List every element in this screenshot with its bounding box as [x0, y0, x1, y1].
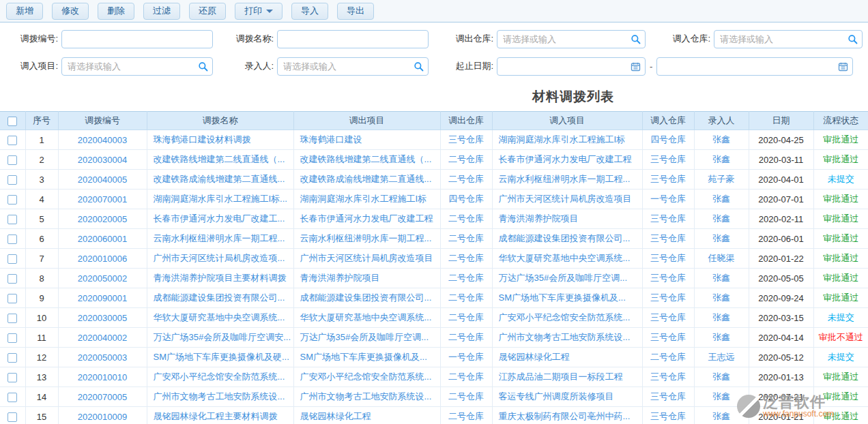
cell-out-project[interactable]: 万达广场35#会所及咖啡厅空调... — [293, 328, 440, 348]
in-project-input[interactable] — [61, 57, 213, 76]
cell-code-link[interactable]: 2020040005 — [58, 170, 147, 190]
cell-out-project[interactable]: 湖南洞庭湖水库引水工程施工I标 — [293, 190, 440, 209]
cell-out-project[interactable]: 改建铁路成渝线增建第二直通线... — [293, 170, 440, 190]
cell-name-link[interactable]: 云南水利枢纽潜明水库一期工程... — [147, 229, 293, 249]
cell-code-link[interactable]: 2020050003 — [58, 348, 147, 367]
date-from-input[interactable] — [497, 57, 646, 76]
transfer-name-input[interactable] — [277, 30, 429, 48]
cell-name-link[interactable]: 万达广场35#会所及咖啡厅空调安... — [147, 328, 293, 348]
row-checkbox[interactable] — [8, 294, 17, 303]
search-icon[interactable] — [848, 34, 858, 44]
row-checkbox[interactable] — [8, 373, 17, 382]
row-checkbox[interactable] — [8, 412, 17, 422]
cell-code-link[interactable]: 2020040002 — [58, 328, 147, 348]
cell-name-link[interactable]: 华软大厦研究基地中央空调系统... — [147, 308, 293, 328]
calendar-icon[interactable] — [631, 61, 641, 72]
cell-name-link[interactable]: 广安邓小平纪念馆安全防范系统... — [147, 367, 293, 387]
in-warehouse-input[interactable] — [714, 30, 863, 48]
cell-in-project[interactable]: 成都能源建设集团投资有限公司... — [492, 229, 642, 249]
cell-out-project[interactable]: SM广场地下车库更换摄像机及... — [293, 348, 440, 367]
cell-code-link[interactable]: 2020090001 — [58, 288, 147, 308]
cell-in-project[interactable]: 广安邓小平纪念馆安全防范系统... — [492, 308, 642, 328]
cell-in-project[interactable]: 长春市伊通河水力发电厂改建工程 — [492, 150, 642, 170]
select-all-checkbox[interactable] — [8, 117, 17, 126]
row-checkbox[interactable] — [8, 136, 17, 145]
row-checkbox[interactable] — [8, 215, 17, 224]
cell-in-project[interactable]: 华软大厦研究基地中央空调系统... — [492, 249, 642, 269]
cell-out-project[interactable]: 珠海鹤港口建设 — [293, 130, 440, 150]
row-checkbox[interactable] — [8, 234, 17, 244]
cell-code-link[interactable]: 2020070001 — [58, 190, 147, 209]
cell-code-link[interactable]: 2020010006 — [58, 249, 147, 269]
import-button[interactable]: 导入 — [291, 3, 328, 20]
row-checkbox[interactable] — [8, 333, 17, 343]
export-button[interactable]: 导出 — [337, 3, 374, 20]
cell-in-project[interactable]: 广州市文物考古工地安防系统设... — [492, 328, 642, 348]
cell-out-project[interactable]: 改建铁路线增建第二线直通线（... — [293, 150, 440, 170]
cell-in-project[interactable]: 江苏成品油二期项目一标段工程 — [492, 367, 642, 387]
cell-code-link[interactable]: 2020010009 — [58, 407, 147, 424]
cell-out-project[interactable]: 晟铭园林绿化工程 — [293, 407, 440, 424]
filter-button[interactable]: 过滤 — [143, 3, 180, 20]
transfer-no-input[interactable] — [61, 30, 213, 48]
cell-in-project[interactable]: 客运专线广州调度所装修项目 — [492, 387, 642, 407]
cell-code-link[interactable]: 2020070005 — [58, 387, 147, 407]
cell-in-project[interactable]: 云南水利枢纽潜明水库一期工程... — [492, 170, 642, 190]
cell-name-link[interactable]: 晟铭园林绿化工程主要材料调拨 — [147, 407, 293, 424]
search-icon[interactable] — [198, 61, 208, 72]
cell-code-link[interactable]: 2020020005 — [58, 209, 147, 229]
row-checkbox[interactable] — [8, 254, 17, 264]
delete-button[interactable]: 删除 — [98, 3, 134, 20]
cell-in-project[interactable]: 万达广场35#会所及咖啡厅空调... — [492, 269, 642, 288]
cell-code-link[interactable]: 2020030005 — [58, 308, 147, 328]
cell-date: 2020-03-15 — [749, 308, 813, 328]
cell-out-project[interactable]: 广州市文物考古工地安防系统设... — [293, 387, 440, 407]
cell-code-link[interactable]: 2020030004 — [58, 150, 147, 170]
cell-out-project[interactable]: 华软大厦研究基地中央空调系统... — [293, 308, 440, 328]
cell-code-link[interactable]: 2020050002 — [58, 269, 147, 288]
cell-name-link[interactable]: 改建铁路线增建第二线直通线（... — [147, 150, 293, 170]
cell-in-project[interactable]: 重庆太极制药有限公司亳州中药... — [492, 407, 642, 424]
cell-name-link[interactable]: 广州市文物考古工地安防系统设... — [147, 387, 293, 407]
restore-button[interactable]: 还原 — [189, 3, 226, 20]
row-checkbox[interactable] — [8, 353, 17, 363]
cell-out-project[interactable]: 青海洪湖养护院项目 — [293, 269, 440, 288]
cell-name-link[interactable]: 成都能源建设集团投资有限公司... — [147, 288, 293, 308]
cell-in-project[interactable]: 湖南洞庭湖水库引水工程施工I标 — [492, 130, 642, 150]
add-button[interactable]: 新增 — [6, 3, 43, 20]
row-checkbox[interactable] — [8, 393, 17, 402]
edit-button[interactable]: 修改 — [52, 3, 89, 20]
cell-in-project[interactable]: 广州市天河区统计局机房改造项目 — [492, 190, 642, 209]
cell-out-project[interactable]: 成都能源建设集团投资有限公司... — [293, 288, 440, 308]
out-warehouse-input[interactable] — [497, 30, 646, 48]
row-checkbox[interactable] — [8, 155, 17, 165]
row-checkbox[interactable] — [8, 175, 17, 185]
cell-out-project[interactable]: 云南水利枢纽潜明水库一期工程... — [293, 229, 440, 249]
cell-code-link[interactable]: 2020060001 — [58, 229, 147, 249]
calendar-icon[interactable] — [838, 61, 848, 72]
cell-name-link[interactable]: 广州市天河区统计局机房改造项... — [147, 249, 293, 269]
cell-in-project[interactable]: 青海洪湖养护院项目 — [492, 209, 642, 229]
search-icon[interactable] — [631, 34, 641, 44]
cell-name-link[interactable]: SM广场地下车库更换摄像机及硬... — [147, 348, 293, 367]
cell-name-link[interactable]: 湖南洞庭湖水库引水工程施工I标... — [147, 190, 293, 209]
cell-out-project[interactable]: 长春市伊通河水力发电厂改建工程 — [293, 209, 440, 229]
cell-name-link[interactable]: 改建铁路成渝线增建第二直通线... — [147, 170, 293, 190]
cell-in-project[interactable]: 晟铭园林绿化工程 — [492, 348, 642, 367]
cell-out-project[interactable]: 广安邓小平纪念馆安全防范系统... — [293, 367, 440, 387]
row-checkbox[interactable] — [8, 314, 17, 323]
print-dropdown-button[interactable]: 打印 — [235, 3, 283, 20]
cell-code-link[interactable]: 2020010010 — [58, 367, 147, 387]
cell-code-link[interactable]: 2020040003 — [58, 130, 147, 150]
cell-in-project[interactable]: SM广场地下车库更换摄像机及... — [492, 288, 642, 308]
cell-out-project[interactable]: 广州市天河区统计局机房改造项目 — [293, 249, 440, 269]
search-icon[interactable] — [414, 61, 424, 72]
cell-name-link[interactable]: 青海洪湖养护院项目主要材料调拨 — [147, 269, 293, 288]
date-to-input[interactable] — [656, 57, 853, 76]
row-checkbox[interactable] — [8, 274, 17, 284]
entered-by-input[interactable] — [277, 57, 429, 76]
cell-name-link[interactable]: 珠海鹤港口建设材料调拨 — [147, 130, 293, 150]
cell-name-link[interactable]: 长春市伊通河水力发电厂改建工... — [147, 209, 293, 229]
row-checkbox[interactable] — [8, 195, 17, 205]
col-header-in-warehouse: 调入仓库 — [642, 112, 694, 130]
